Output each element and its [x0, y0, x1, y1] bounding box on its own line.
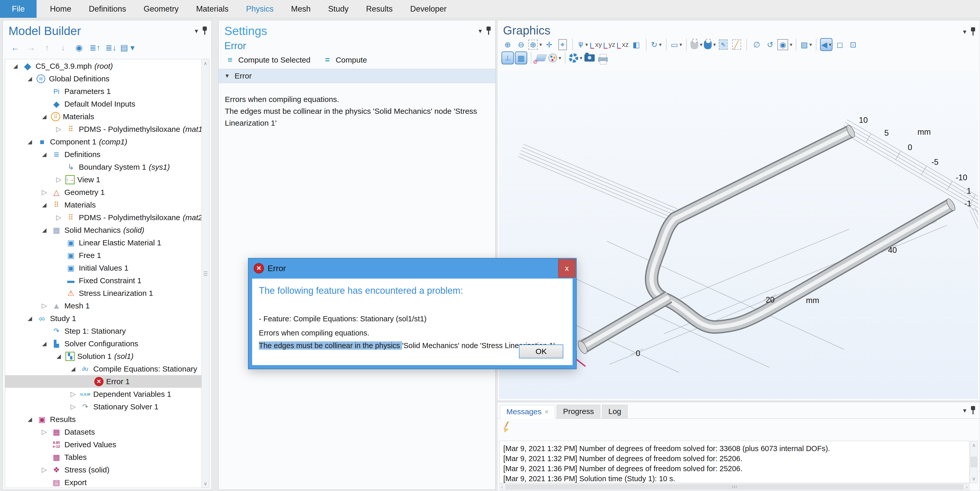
- scroll-thumb[interactable]: [971, 457, 977, 467]
- tree-item-datasets[interactable]: ▷Datasets: [5, 426, 201, 438]
- model-builder-menu-icon[interactable]: ▾: [195, 27, 198, 35]
- close-tab-icon[interactable]: ×: [545, 408, 549, 416]
- messages-menu-icon[interactable]: ▾: [963, 407, 966, 415]
- menu-item-physics[interactable]: Physics: [237, 0, 282, 18]
- rotate-view-button[interactable]: ↻▾: [650, 38, 662, 51]
- tree-caret-icon[interactable]: ◢: [39, 202, 50, 208]
- clear-log-broom-icon[interactable]: [501, 421, 512, 432]
- chevron-down-icon[interactable]: ▾: [810, 41, 812, 48]
- tree-item-initial-values-1[interactable]: Initial Values 1: [5, 262, 201, 274]
- scroll-down-icon[interactable]: ∨: [204, 480, 207, 486]
- forward-button[interactable]: →: [24, 41, 38, 54]
- menu-item-materials[interactable]: Materials: [188, 0, 237, 18]
- tree-caret-icon[interactable]: ◢: [24, 75, 35, 82]
- settings-menu-icon[interactable]: ▾: [479, 27, 482, 35]
- chevron-down-icon[interactable]: ▾: [539, 41, 542, 48]
- graphics-pin-icon[interactable]: [971, 27, 975, 36]
- chevron-down-icon[interactable]: ▾: [700, 41, 702, 48]
- tree-item-boundary-system-1[interactable]: Boundary System 1(sys1): [5, 160, 201, 173]
- print-button[interactable]: [597, 51, 609, 64]
- zoom-in-button[interactable]: ⊕: [501, 38, 514, 51]
- chevron-down-icon[interactable]: ▾: [659, 41, 662, 48]
- tree-item-mesh-1[interactable]: ▷Mesh 1: [5, 299, 201, 312]
- tree-item-export[interactable]: Export: [5, 476, 201, 488]
- tree-item-solid-mechanics[interactable]: ◢Solid Mechanics(solid): [5, 224, 201, 236]
- tree-item-derived-values[interactable]: Derived Values: [5, 438, 201, 451]
- zoom-out-button[interactable]: ⊖: [515, 38, 527, 51]
- tab-progress[interactable]: Progress: [557, 405, 600, 418]
- tree-caret-icon[interactable]: ◢: [39, 113, 50, 120]
- node-sections-button[interactable]: ▤ ▾: [120, 41, 134, 54]
- settings-pin-icon[interactable]: [487, 27, 491, 35]
- ok-button[interactable]: OK: [519, 345, 563, 358]
- transparency-button[interactable]: ▾: [569, 51, 582, 64]
- hide-eraser-button[interactable]: [535, 51, 547, 64]
- scroll-up-icon[interactable]: ∧: [204, 60, 207, 67]
- clear-selection-button[interactable]: [730, 38, 743, 51]
- tree-caret-icon[interactable]: ▷: [39, 188, 50, 196]
- tree-caret-icon[interactable]: ▷: [53, 213, 64, 221]
- move-down-button[interactable]: ↓: [56, 41, 70, 54]
- scroll-thumb[interactable]: [506, 485, 964, 489]
- tree-item-stationary-solver-1[interactable]: ▷Stationary Solver 1: [5, 400, 201, 413]
- tree-item-pdms-polydimethylsiloxane[interactable]: ▷PDMS - Polydimethylsiloxane(mat2): [5, 211, 201, 224]
- zoom-extents-button[interactable]: ✛: [543, 38, 555, 51]
- tree-caret-icon[interactable]: ▷: [53, 125, 64, 133]
- color-palette-button[interactable]: ▾: [548, 51, 561, 64]
- view-xz-button[interactable]: xz: [617, 38, 629, 51]
- tree-item-stress-linearization-1[interactable]: Stress Linearization 1: [5, 287, 201, 299]
- tree-item-stress-solid[interactable]: ▷Stress (solid): [5, 464, 201, 476]
- model-builder-pin-icon[interactable]: [203, 27, 207, 35]
- tree-item-default-model-inputs[interactable]: Default Model Inputs: [5, 98, 201, 110]
- tree-item-view-1[interactable]: ▷View 1: [5, 173, 201, 186]
- tree-caret-icon[interactable]: ▷: [39, 428, 50, 436]
- collapse-all-button[interactable]: ≣↑: [88, 41, 102, 54]
- show-button[interactable]: ◉: [72, 41, 86, 54]
- select-mode-button[interactable]: ▾: [690, 38, 703, 51]
- menu-item-mesh[interactable]: Mesh: [282, 0, 319, 18]
- tab-log[interactable]: Log: [602, 405, 628, 418]
- tree-item-pdms-polydimethylsiloxane[interactable]: ▷PDMS - Polydimethylsiloxane(mat1): [5, 123, 201, 135]
- compute-button[interactable]: =Compute: [322, 55, 367, 65]
- clip-plane-button[interactable]: ▨▾: [800, 38, 812, 51]
- tree-caret-icon[interactable]: ▷: [39, 466, 50, 474]
- scroll-grip[interactable]: [204, 272, 207, 276]
- reset-hiding-button[interactable]: ↺: [764, 38, 776, 51]
- tree-item-compile-equations-stationary[interactable]: ◢Compile Equations: Stationary: [5, 362, 201, 375]
- messages-pin-icon[interactable]: [971, 406, 975, 415]
- messages-hscrollbar[interactable]: ‹ ›: [500, 483, 969, 490]
- model-tree-scrollbar[interactable]: ∧ ∨: [201, 59, 209, 488]
- fit-window-button[interactable]: ⌖: [556, 38, 569, 51]
- tree-item-fixed-constraint-1[interactable]: Fixed Constraint 1: [5, 274, 201, 287]
- menu-item-file[interactable]: File: [0, 0, 37, 18]
- menu-item-developer[interactable]: Developer: [401, 0, 455, 18]
- chevron-down-icon[interactable]: ▾: [558, 55, 561, 61]
- chevron-down-icon[interactable]: ▾: [790, 41, 792, 48]
- scroll-right-icon[interactable]: ›: [964, 484, 969, 490]
- chevron-down-icon[interactable]: ▾: [829, 41, 831, 48]
- messages-vscrollbar[interactable]: ∧ ∨: [970, 441, 978, 483]
- perspective-button[interactable]: ◧: [630, 38, 642, 51]
- tree-item-solution-1[interactable]: ◢Solution 1(sol1): [5, 350, 201, 362]
- tree-item-linear-elastic-material-1[interactable]: Linear Elastic Material 1: [5, 236, 201, 249]
- show-hidden-button[interactable]: ◉▾: [777, 38, 792, 51]
- view-yz-button[interactable]: yz: [603, 38, 616, 51]
- scroll-up-icon[interactable]: ∧: [970, 442, 977, 448]
- graphics-menu-icon[interactable]: ▾: [963, 28, 966, 36]
- tree-caret-icon[interactable]: ◢: [67, 365, 79, 372]
- select-box-button[interactable]: ⇖: [717, 38, 729, 51]
- tree-item-component-1[interactable]: ◢Component 1(comp1): [5, 135, 201, 148]
- scene-appearance-button[interactable]: ▭▾: [670, 38, 682, 51]
- view-orientation-button[interactable]: ⋔▾: [576, 38, 589, 51]
- move-up-button[interactable]: ↑: [40, 41, 54, 54]
- tree-item-dependent-variables-1[interactable]: ▷Dependent Variables 1: [5, 388, 201, 400]
- tree-caret-icon[interactable]: ▷: [53, 176, 64, 184]
- zoom-box-button[interactable]: ⊕▾: [528, 38, 542, 51]
- tab-messages[interactable]: Messages×: [500, 405, 555, 419]
- expand-all-button[interactable]: ≣↓: [104, 41, 118, 54]
- back-button[interactable]: ←: [8, 41, 22, 54]
- tree-item-materials[interactable]: ◢Materials: [5, 199, 201, 211]
- tree-item-results[interactable]: ◢Results: [5, 413, 201, 426]
- scroll-left-icon[interactable]: ‹: [500, 484, 504, 490]
- chevron-down-icon[interactable]: ▾: [580, 55, 582, 61]
